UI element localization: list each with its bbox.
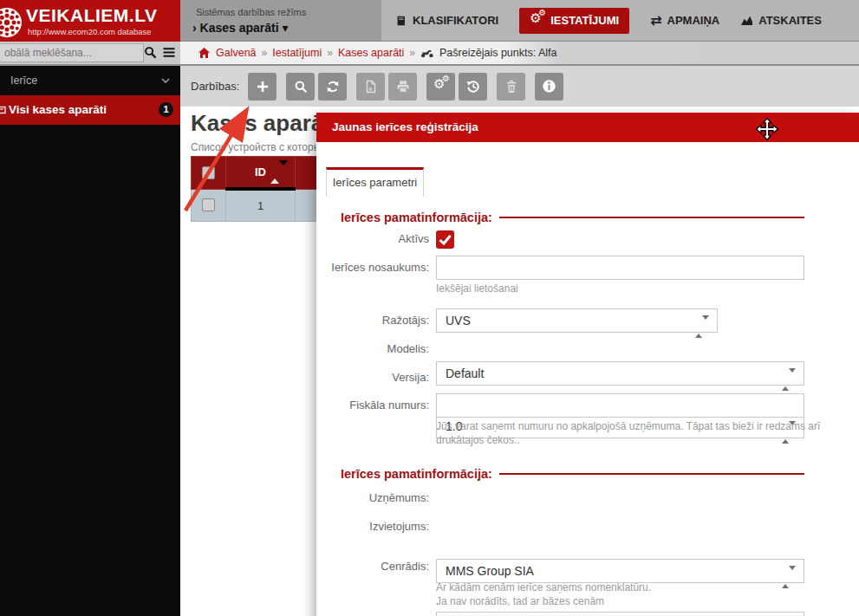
nav-label: IESTATĪJUMI (550, 14, 619, 27)
logo-block[interactable]: VEIKALIEM.LV http://www.ecom20.com datab… (0, 0, 180, 42)
fiskala-label: Fiskāla numurs: (316, 393, 429, 418)
gears-icon: ⚙⚙ (433, 80, 449, 94)
select-all-header (192, 157, 226, 190)
chevron-down-icon (161, 78, 170, 84)
export-excel-button[interactable]: x (356, 73, 385, 101)
breadcrumb-iestatijumi[interactable]: Iestatījumi (272, 47, 322, 59)
plus-icon (256, 80, 270, 94)
checkmark-icon (436, 230, 454, 249)
page-title: Kases aparā (191, 110, 323, 137)
razotajs-select[interactable]: UVS (436, 308, 718, 333)
svg-text:x: x (368, 84, 373, 92)
nav-label: KLASIFIKATORI (413, 14, 498, 27)
actions-label: Darbības: (191, 80, 239, 93)
new-device-modal: Jaunas ierīces reģistrācija Ierīces para… (316, 113, 859, 616)
print-button[interactable] (388, 73, 417, 101)
excel-file-icon: x (364, 80, 378, 94)
refresh-button[interactable] (318, 73, 347, 101)
brand-logo-icon (0, 3, 26, 42)
info-button[interactable] (535, 73, 563, 101)
add-button[interactable] (248, 73, 277, 101)
fiskala-hint: Jūs varat saņemt numuru no apkalpojošā u… (436, 420, 850, 447)
section-heading-1: Ierīces pamatinformācija: (341, 211, 804, 224)
section-rule (499, 473, 804, 475)
history-button[interactable] (459, 73, 487, 101)
select-all-checkbox[interactable] (202, 166, 215, 179)
nosaukums-input[interactable] (436, 256, 804, 280)
search-button[interactable] (286, 73, 315, 101)
count-badge: 1 (159, 102, 173, 117)
nav-item-apmaina[interactable]: ⇄ APMAIŅA (650, 14, 719, 27)
select-stepper-icon (782, 368, 796, 391)
exchange-icon: ⇄ (650, 15, 661, 27)
cash-register-icon (0, 105, 6, 115)
modelis-select[interactable]: Default (436, 361, 804, 386)
nosaukums-label: Ierīces nosaukums: (316, 256, 429, 280)
aktivs-label: Aktīvs (316, 230, 429, 249)
printer-icon (396, 80, 410, 94)
page-subtitle: Список устройств с которы (191, 141, 321, 153)
breadcrumb-row: Galvenā » Iestatījumi » Kases aparāti » … (0, 42, 859, 66)
uznemums-label: Uzņēmums: (316, 486, 429, 510)
nav-label: ATSKAITES (758, 14, 822, 27)
cell-id: 1 (226, 189, 296, 222)
magnifier-icon (294, 80, 308, 94)
home-icon[interactable] (198, 47, 211, 59)
sidebar-item-visi-kases-aparati[interactable]: Visi kases aparāti 1 (0, 95, 180, 125)
izvietojums-select[interactable]: Alfa (436, 612, 804, 616)
system-mode-selector[interactable]: › Kases aparāti ▾ (192, 21, 289, 35)
razotajs-label: Ražotājs: (316, 308, 429, 333)
nav-label: APMAIŅA (667, 14, 720, 27)
breadcrumb-galvena[interactable]: Galvenā (216, 47, 257, 59)
brand-subtitle: http://www.ecom20.com database (28, 27, 152, 36)
breadcrumb-kases-aparati[interactable]: Kases aparāti (338, 47, 404, 59)
select-value: Default (446, 366, 484, 380)
delete-button[interactable] (497, 73, 525, 101)
app-window: VEIKALIEM.LV http://www.ecom20.com datab… (0, 0, 859, 616)
nav-item-iestatijumi[interactable]: ⚙⚙ IESTATĪJUMI (519, 8, 629, 34)
cenradis-hint: Ar kādām cenām ierīce saņems nomenklatūr… (436, 581, 651, 608)
gears-icon: ⚙⚙ (530, 14, 545, 28)
row-checkbox[interactable] (202, 198, 215, 211)
breadcrumb: Galvenā » Iestatījumi » Kases aparāti » … (180, 42, 859, 64)
uznemums-select[interactable]: MMS Group SIA (436, 559, 804, 583)
sidebar: Ierīce Visi kases aparāti 1 (0, 66, 180, 616)
column-header-id[interactable]: ID (226, 157, 296, 190)
modal-title: Jaunas ierīces reģistrācija (332, 113, 478, 142)
search-icon[interactable] (144, 46, 157, 59)
system-mode-label: Sistēmas darbības režīms (196, 7, 306, 17)
search-input[interactable] (0, 43, 144, 62)
sort-carets-icon (270, 165, 288, 178)
point-icon (420, 49, 434, 58)
section-rule (499, 217, 804, 218)
refresh-icon (326, 80, 340, 94)
tab-ierices-parametri[interactable]: Ierīces parametri (326, 167, 424, 197)
brand-title: VEIKALIEM.LV (26, 5, 157, 26)
fiskala-input[interactable] (436, 393, 804, 418)
select-value: UVS (446, 314, 471, 327)
nav-item-atskaites[interactable]: ATSKAITES (740, 14, 822, 27)
chart-icon (740, 15, 753, 26)
aktivs-checkbox[interactable] (436, 230, 454, 249)
modal-header-dragbar[interactable]: Jaunas ierīces reģistrācija (316, 113, 859, 142)
breadcrumb-separator: » (327, 47, 333, 59)
sidebar-group-label: Ierīce (10, 75, 37, 87)
system-mode-block: Sistēmas darbības režīms › Kases aparāti… (180, 0, 381, 42)
versija-label: Versija: (316, 366, 429, 390)
settings-button[interactable]: ⚙⚙ (426, 73, 455, 101)
select-stepper-icon (695, 315, 709, 338)
cenradis-label: Cenrādis: (316, 554, 429, 579)
sidebar-group-ierice[interactable]: Ierīce (0, 66, 180, 95)
main-nav: KLASIFIKATORI ⚙⚙ IESTATĪJUMI ⇄ APMAIŅA A… (381, 0, 859, 42)
book-icon (395, 15, 407, 27)
section-heading-2: Ierīces pamatinformācija: (341, 467, 804, 481)
breadcrumb-separator: » (262, 47, 268, 59)
select-value: MMS Group SIA (446, 564, 534, 578)
izvietojums-label: Izvietojums: (316, 515, 429, 539)
menu-icon[interactable] (162, 47, 176, 58)
history-icon (466, 80, 480, 94)
sidebar-item-label: Visi kases aparāti (9, 103, 107, 116)
nav-item-klasifikatori[interactable]: KLASIFIKATORI (395, 14, 498, 27)
modelis-label: Modelis: (316, 337, 429, 361)
trash-icon (504, 80, 518, 94)
